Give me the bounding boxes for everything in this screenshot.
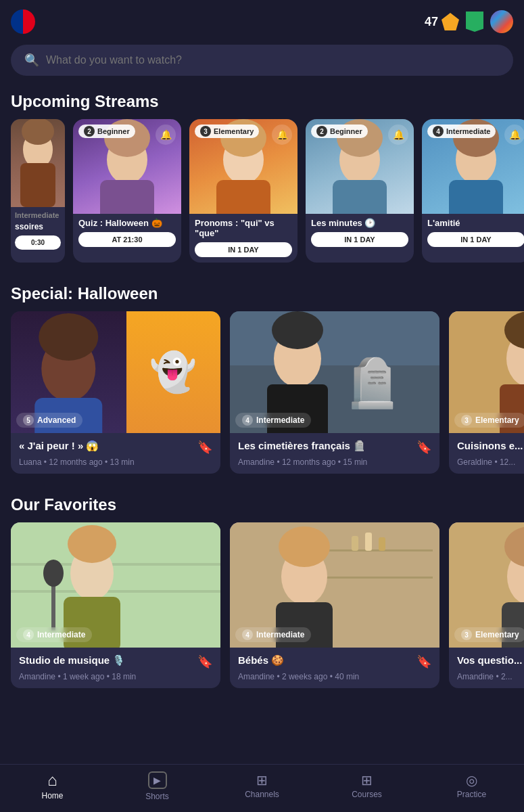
card2-time-btn[interactable]: AT 21:30 <box>78 232 176 247</box>
channels-icon: ⊞ <box>256 773 268 787</box>
f2-title-row: Bébés 🍪 🔖 <box>238 654 431 669</box>
bell-btn-4[interactable]: 🔔 <box>388 125 408 145</box>
h2-title: Les cimetières français 🪦 <box>238 440 411 452</box>
card1-level-label: Intermediate <box>15 211 61 219</box>
f2-duration: 40 min <box>335 672 359 681</box>
search-input[interactable] <box>46 54 500 66</box>
flag-red <box>23 9 35 34</box>
svg-rect-19 <box>230 311 439 365</box>
header-right: 47 <box>425 10 513 33</box>
nav-shorts[interactable]: ▶ Shorts <box>105 771 210 801</box>
level-badge-5: 4 Intermediate <box>427 125 496 138</box>
h3-title-row: Cuisinons e... 🔖 <box>457 440 524 455</box>
halloween-card-1[interactable]: 👻 5 Advanced « J'ai peur ! » 😱 🔖 Luana • <box>11 311 220 474</box>
bell-btn-5[interactable]: 🔔 <box>504 125 524 145</box>
f1-author: Amandine <box>19 672 55 681</box>
f2-bookmark-btn[interactable]: 🔖 <box>411 654 431 669</box>
f2-meta: Amandine • 2 weeks ago • 40 min <box>238 672 431 681</box>
upcoming-scroll: Intermediate ssoires 0:30 🔔 2 Beginner <box>0 119 524 273</box>
card3-time-btn[interactable]: IN 1 DAY <box>195 242 292 257</box>
h1-bookmark-btn[interactable]: 🔖 <box>192 440 212 455</box>
card4-time-btn[interactable]: IN 1 DAY <box>311 232 408 247</box>
h2-duration: 15 min <box>343 457 367 467</box>
bell-btn-2[interactable]: 🔔 <box>156 125 176 145</box>
card4-title: Les minutes 🕑 <box>311 218 408 228</box>
h3-time: 12... <box>500 457 515 467</box>
stream-card-2[interactable]: 🔔 2 Beginner Quiz : Halloween 🎃 AT 21:30 <box>73 119 181 263</box>
h1-meta: Luana • 12 months ago • 13 min <box>19 457 212 467</box>
favorites-scroll: 4 Intermediate Studio de musique 🎙️ 🔖 Am… <box>0 522 524 699</box>
fav-card-3[interactable]: 3 Elementary Vos questio... 🔖 Amandine •… <box>449 522 524 688</box>
h1-level-badge: 5 Advanced <box>16 413 82 428</box>
level-badge-2: 2 Beginner <box>78 125 135 138</box>
nav-practice[interactable]: ◎ Practice <box>419 773 524 799</box>
h1-time: 12 months ago <box>49 457 102 467</box>
flag-blue <box>11 9 23 34</box>
stream-card-4[interactable]: 🔔 2 Beginner Les minutes 🕑 IN 1 DAY <box>306 119 414 263</box>
stream-card-3[interactable]: 🔔 3 Elementary Pronoms : "qui" vs "que" … <box>189 119 297 263</box>
halloween-scroll: 👻 5 Advanced « J'ai peur ! » 😱 🔖 Luana • <box>0 311 524 484</box>
svg-rect-5 <box>100 180 154 214</box>
shorts-icon: ▶ <box>148 771 167 789</box>
upcoming-section-title: Upcoming Streams <box>0 85 524 119</box>
svg-rect-31 <box>11 563 220 566</box>
f1-meta: Amandine • 1 week ago • 18 min <box>19 672 212 681</box>
favorites-section-title: Our Favorites <box>0 489 524 522</box>
h2-info: Les cimetières français 🪦 🔖 Amandine • 1… <box>230 433 439 474</box>
svg-rect-11 <box>333 180 387 214</box>
coin-value: 47 <box>425 15 438 29</box>
bell-btn-3[interactable]: 🔔 <box>272 125 292 145</box>
stream-card-partial[interactable]: Intermediate ssoires 0:30 <box>11 119 65 263</box>
card3-title: Pronoms : "qui" vs "que" <box>195 218 292 238</box>
halloween-card-3[interactable]: 🎃 🦇 3 Elementary Cuisinons e... 🔖 <box>449 311 524 474</box>
bookmark-icon[interactable] <box>466 12 483 32</box>
f2-time: 2 weeks ago <box>282 672 327 681</box>
nav-courses[interactable]: ⊞ Courses <box>314 773 419 799</box>
nav-home[interactable]: ⌂ Home <box>0 772 105 800</box>
halloween-section: Special: Halloween 👻 <box>0 273 524 484</box>
fav-card-1[interactable]: 4 Intermediate Studio de musique 🎙️ 🔖 Am… <box>11 522 220 688</box>
h2-title-row: Les cimetières français 🪦 🔖 <box>238 440 431 455</box>
card1-time-btn[interactable]: 0:30 <box>15 235 61 250</box>
french-flag[interactable] <box>11 9 35 34</box>
f1-title-row: Studio de musique 🎙️ 🔖 <box>19 654 212 669</box>
h2-meta: Amandine • 12 months ago • 15 min <box>238 457 431 467</box>
card1-title: ssoires <box>15 222 61 231</box>
h3-title: Cuisinons e... <box>457 440 524 451</box>
nav-courses-label: Courses <box>352 790 382 799</box>
fav-card-2[interactable]: 4 Intermediate Bébés 🍪 🔖 Amandine • 2 we… <box>230 522 439 688</box>
f3-meta: Amandine • 2... <box>457 672 524 681</box>
avatar[interactable] <box>490 10 513 33</box>
svg-rect-2 <box>20 163 55 207</box>
h2-level-badge: 4 Intermediate <box>235 413 311 428</box>
card5-time-btn[interactable]: IN 1 DAY <box>427 232 524 247</box>
nav-home-label: Home <box>41 791 63 800</box>
search-icon: 🔍 <box>24 53 39 68</box>
halloween-section-title: Special: Halloween <box>0 277 524 311</box>
svg-point-37 <box>43 560 64 587</box>
h1-title-row: « J'ai peur ! » 😱 🔖 <box>19 440 212 455</box>
f2-author: Amandine <box>238 672 275 681</box>
nav-practice-label: Practice <box>457 790 486 799</box>
nav-channels-label: Channels <box>245 790 279 799</box>
f3-title: Vos questio... <box>457 654 524 666</box>
f1-time: 1 week ago <box>63 672 104 681</box>
svg-point-21 <box>272 311 323 349</box>
halloween-card-2[interactable]: 🪦 4 Intermediate Les cimetières français… <box>230 311 439 474</box>
f2-info: Bébés 🍪 🔖 Amandine • 2 weeks ago • 40 mi… <box>230 648 439 688</box>
practice-icon: ◎ <box>466 773 477 787</box>
stream-card-5[interactable]: 🔔 4 Intermediate L'amitié IN 1 DAY <box>422 119 524 263</box>
nav-channels[interactable]: ⊞ Channels <box>210 773 314 799</box>
h1-duration: 13 min <box>110 457 135 467</box>
f3-title-row: Vos questio... 🔖 <box>457 654 524 669</box>
f1-bookmark-btn[interactable]: 🔖 <box>192 654 212 669</box>
f1-level-badge: 4 Intermediate <box>16 627 92 642</box>
search-bar[interactable]: 🔍 <box>11 45 513 76</box>
card5-title: L'amitié <box>427 218 524 228</box>
f3-level-badge: 3 Elementary <box>454 627 524 642</box>
h2-bookmark-btn[interactable]: 🔖 <box>411 440 431 455</box>
f2-level-badge: 4 Intermediate <box>235 627 311 642</box>
card2-title: Quiz : Halloween 🎃 <box>78 218 176 228</box>
svg-text:🪦: 🪦 <box>343 355 402 411</box>
favorites-section: Our Favorites <box>0 484 524 699</box>
